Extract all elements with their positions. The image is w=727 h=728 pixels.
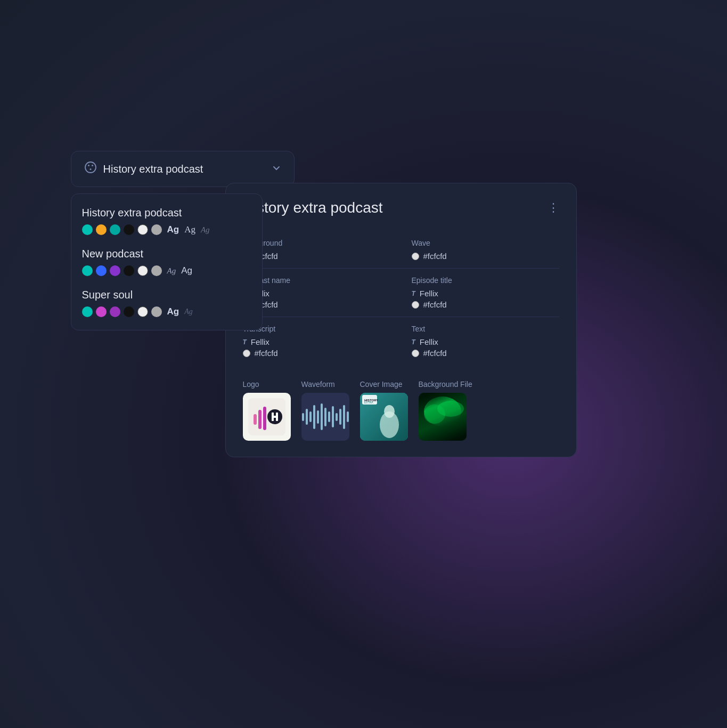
wave-bar bbox=[302, 413, 304, 421]
aurora-visual bbox=[419, 393, 467, 441]
color-swatch bbox=[124, 224, 134, 235]
field-font-value: T Fellix bbox=[243, 337, 385, 346]
background-thumbnail[interactable] bbox=[419, 393, 467, 441]
list-item[interactable]: New podcast Ag Ag bbox=[82, 248, 251, 276]
field-color-value: #fcfcfd bbox=[243, 300, 385, 309]
list-item-title: Super soul bbox=[82, 289, 251, 301]
svg-point-0 bbox=[85, 162, 96, 173]
field-label: Episode title bbox=[412, 276, 559, 285]
asset-label: Logo bbox=[243, 380, 291, 389]
asset-cover-image: Cover Image bbox=[360, 380, 408, 441]
color-swatch bbox=[96, 306, 107, 317]
list-item-title: New podcast bbox=[82, 248, 251, 260]
font-sample: Ag bbox=[201, 225, 210, 234]
color-hex-value: #fcfcfd bbox=[423, 300, 447, 309]
wave-bar bbox=[324, 408, 326, 426]
field-text: Text T Fellix #fcfcfd bbox=[401, 317, 559, 365]
detail-header: History extra podcast ⋮ bbox=[243, 199, 559, 216]
field-episode-title: Episode title T Fellix #fcfcfd bbox=[401, 269, 559, 317]
color-swatch bbox=[110, 306, 120, 317]
logo-thumbnail[interactable] bbox=[243, 393, 291, 441]
waveform-bars bbox=[302, 401, 349, 433]
color-swatch bbox=[137, 224, 148, 235]
svg-point-3 bbox=[89, 168, 91, 170]
selector-label: History extra podcast bbox=[103, 163, 265, 175]
color-indicator bbox=[412, 301, 419, 309]
svg-text:EXTRA: EXTRA bbox=[364, 401, 373, 404]
wave-bar bbox=[313, 405, 315, 429]
color-indicator bbox=[412, 253, 419, 260]
wave-bar bbox=[339, 409, 341, 425]
asset-label: Background File bbox=[419, 380, 472, 389]
field-label: Text bbox=[412, 325, 559, 333]
color-swatch bbox=[82, 265, 93, 276]
color-swatch bbox=[151, 306, 162, 317]
color-swatch bbox=[82, 306, 93, 317]
waveform-thumbnail[interactable] bbox=[301, 393, 349, 441]
list-item[interactable]: Super soul Ag Ag bbox=[82, 289, 251, 317]
type-icon: T bbox=[412, 290, 415, 297]
wave-bar bbox=[317, 410, 319, 424]
color-row: Ag Ag bbox=[82, 265, 251, 276]
font-name: Fellix bbox=[420, 337, 438, 346]
chevron-down-icon bbox=[272, 163, 281, 175]
color-swatch bbox=[151, 224, 162, 235]
color-swatch bbox=[82, 224, 93, 235]
field-transcript: Transcript T Fellix #fcfcfd bbox=[243, 317, 401, 365]
color-hex-value: #fcfcfd bbox=[423, 349, 447, 358]
field-color-value: #fcfcfd bbox=[412, 349, 559, 358]
field-value: #fcfcfd bbox=[412, 252, 559, 261]
color-swatch bbox=[137, 265, 148, 276]
logo-svg bbox=[248, 398, 285, 435]
font-name: Fellix bbox=[251, 337, 269, 346]
color-swatch bbox=[151, 265, 162, 276]
color-swatch bbox=[96, 224, 107, 235]
theme-list-panel: History extra podcast Ag Ag Ag New podca… bbox=[71, 193, 263, 330]
field-label: Wave bbox=[412, 239, 559, 247]
field-font-value: T Fellix bbox=[412, 289, 559, 298]
color-swatch bbox=[124, 265, 134, 276]
color-row: Ag Ag Ag bbox=[82, 224, 251, 235]
asset-waveform: Waveform bbox=[301, 380, 349, 441]
color-swatch bbox=[124, 306, 134, 317]
svg-rect-11 bbox=[272, 416, 278, 418]
svg-point-15 bbox=[384, 405, 395, 418]
type-icon: T bbox=[243, 338, 247, 346]
wave-bar bbox=[309, 411, 312, 422]
font-name: Fellix bbox=[420, 289, 438, 298]
wave-bar bbox=[343, 405, 345, 429]
dropdown-selector[interactable]: History extra podcast bbox=[71, 151, 295, 187]
palette-icon bbox=[84, 161, 97, 177]
font-sample: Ag bbox=[167, 224, 179, 235]
wave-bar bbox=[306, 409, 308, 425]
field-value: #fcfcfd bbox=[243, 252, 385, 261]
asset-logo: Logo bbox=[243, 380, 291, 441]
detail-panel-title: History extra podcast bbox=[243, 199, 383, 216]
color-row: Ag Ag bbox=[82, 306, 251, 317]
asset-label: Cover Image bbox=[360, 380, 408, 389]
list-item-title: History extra podcast bbox=[82, 207, 251, 219]
font-sample: Ag bbox=[181, 265, 192, 276]
color-swatch bbox=[137, 306, 148, 317]
detail-grid: Background #fcfcfd Wave #fcfcfd Podcast … bbox=[243, 231, 559, 365]
color-swatch bbox=[96, 265, 107, 276]
asset-background-file: Background File bbox=[419, 380, 472, 441]
font-sample: Ag bbox=[184, 224, 195, 235]
wave-bar bbox=[347, 411, 349, 422]
color-hex-value: #fcfcfd bbox=[423, 252, 447, 261]
field-label: Podcast name bbox=[243, 276, 385, 285]
svg-point-2 bbox=[92, 165, 93, 166]
font-sample: Ag bbox=[184, 308, 193, 316]
field-label: Transcript bbox=[243, 325, 385, 333]
more-options-icon[interactable]: ⋮ bbox=[548, 201, 559, 215]
cover-svg: HISTORY EXTRA bbox=[360, 393, 408, 441]
color-swatch bbox=[110, 265, 120, 276]
field-podcast-name: Podcast name T Fellix #fcfcfd bbox=[243, 269, 401, 317]
wave-bar bbox=[336, 413, 338, 421]
cover-image-thumbnail[interactable]: HISTORY EXTRA bbox=[360, 393, 408, 441]
font-sample: Ag bbox=[167, 266, 176, 276]
field-font-value: T Fellix bbox=[412, 337, 559, 346]
field-wave: Wave #fcfcfd bbox=[401, 231, 559, 269]
asset-label: Waveform bbox=[301, 380, 349, 389]
list-item[interactable]: History extra podcast Ag Ag Ag bbox=[82, 207, 251, 235]
